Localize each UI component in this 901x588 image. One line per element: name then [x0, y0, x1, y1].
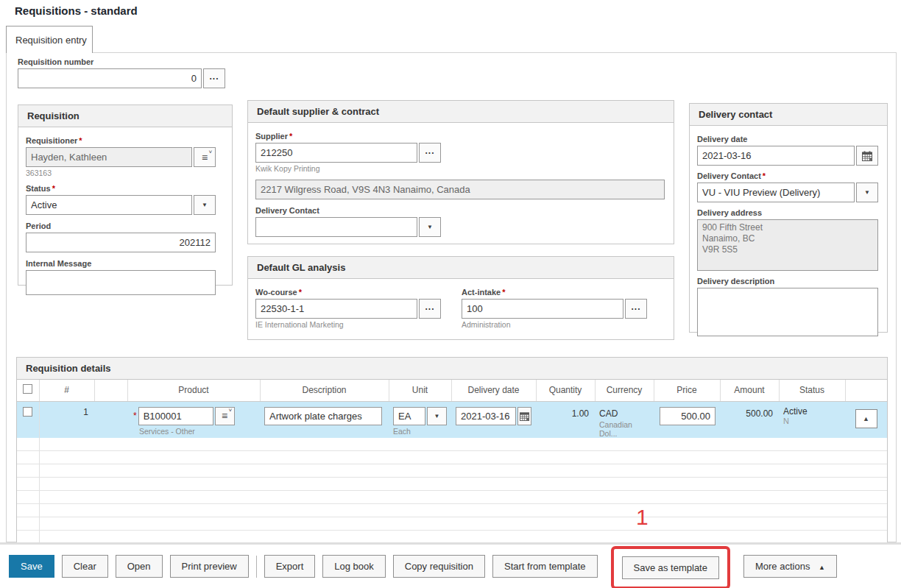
triangle-up-icon: ▲	[819, 564, 825, 571]
row-delivery-date-input[interactable]	[456, 407, 516, 425]
delivery-contact-dropdown-button[interactable]: ▼	[419, 217, 441, 237]
currency-helper: Canadian Dol...	[599, 420, 649, 438]
details-section-title: Requisition details	[17, 358, 887, 380]
empty-grid-row	[17, 478, 887, 491]
internal-message-textarea[interactable]	[26, 270, 216, 295]
gl-analysis-section-title: Default GL analysis	[248, 257, 674, 279]
wo-course-input[interactable]	[255, 299, 417, 319]
act-intake-browse-button[interactable]: ...	[625, 299, 647, 319]
empty-grid-row	[17, 504, 887, 517]
clear-button[interactable]: Clear	[62, 555, 108, 578]
button-group-divider	[256, 556, 257, 578]
col-header-quantity: Quantity	[536, 380, 595, 401]
delivery-address-label: Delivery address	[697, 208, 880, 217]
row-status: Active	[783, 406, 841, 417]
supplier-browse-button[interactable]: ...	[419, 143, 441, 163]
requisitioner-label: Requisitioner*	[26, 136, 225, 145]
col-header-price: Price	[654, 380, 720, 401]
delivery-date-label: Delivery date	[697, 135, 880, 144]
log-book-button[interactable]: Log book	[322, 555, 386, 578]
internal-message-label: Internal Message	[26, 259, 225, 268]
start-from-template-button[interactable]: Start from template	[492, 555, 598, 578]
export-button[interactable]: Export	[264, 555, 316, 578]
unit-dropdown-button[interactable]: ▼	[427, 407, 447, 425]
requisition-number-browse-button[interactable]: ...	[203, 68, 225, 88]
status-dropdown-button[interactable]: ▼	[194, 195, 216, 215]
requisitioner-input	[26, 147, 192, 167]
act-intake-label: Act-intake*	[462, 288, 647, 297]
annotation-highlight-box: Save as template	[611, 546, 730, 588]
select-all-cell	[17, 380, 39, 401]
chevron-down-icon: ▼	[864, 189, 870, 196]
supplier-name: Kwik Kopy Printing	[255, 164, 666, 173]
save-button[interactable]: Save	[9, 555, 54, 578]
requisitioner-typeahead-button[interactable]: ≡˅	[194, 147, 216, 167]
copy-requisition-button[interactable]: Copy requisition	[393, 555, 485, 578]
requisition-details-grid: Requisition details # Product Descriptio…	[16, 357, 888, 545]
action-bar: Save Clear Open Print preview Export Log…	[0, 542, 901, 588]
supplier-label: Supplier*	[255, 132, 666, 141]
tab-requisition-entry[interactable]: Requisition entry	[6, 26, 93, 53]
delivery-section-title: Delivery contact	[690, 104, 887, 126]
price-input[interactable]	[660, 407, 716, 425]
page-title: Requisitions - standard	[15, 4, 138, 17]
open-button[interactable]: Open	[116, 555, 163, 578]
empty-grid-row	[17, 517, 887, 531]
status-select[interactable]	[26, 195, 192, 215]
table-row[interactable]: 1 * ≡˅ Services - Other	[17, 401, 887, 438]
col-header-status: Status	[779, 380, 845, 401]
delivery-description-textarea[interactable]	[697, 288, 878, 336]
supplier-input[interactable]	[255, 143, 417, 163]
product-input[interactable]	[138, 407, 213, 425]
required-asterisk: *	[52, 184, 55, 193]
typeahead-icon: ≡˅	[222, 411, 227, 421]
act-intake-input[interactable]	[462, 299, 623, 319]
col-header-actions	[845, 380, 887, 401]
more-actions-button[interactable]: More actions ▲	[743, 555, 837, 578]
product-typeahead-button[interactable]: ≡˅	[215, 407, 235, 425]
typeahead-icon: ≡˅	[202, 152, 208, 163]
wo-course-description: IE International Marketing	[255, 320, 441, 329]
calendar-icon	[862, 151, 872, 161]
required-asterisk: *	[299, 288, 302, 297]
required-asterisk: *	[763, 171, 766, 180]
delivery-address-box: 900 Fifth Street Nanaimo, BC V9R 5S5	[697, 219, 878, 271]
delivery-contact2-dropdown-button[interactable]: ▼	[856, 183, 878, 202]
product-helper: Services - Other	[139, 427, 255, 436]
col-header-currency: Currency	[595, 380, 654, 401]
annotation-step-number: 1	[636, 505, 649, 530]
status-label: Status*	[26, 184, 225, 193]
empty-grid-row	[17, 464, 887, 478]
chevron-down-icon: ▼	[202, 202, 208, 208]
description-input[interactable]	[264, 407, 382, 425]
delivery-date-input[interactable]	[697, 146, 855, 166]
select-all-checkbox[interactable]	[23, 384, 32, 394]
delivery-contact2-select[interactable]	[697, 183, 855, 202]
row-checkbox[interactable]	[23, 407, 32, 417]
row-collapse-button[interactable]: ▲	[855, 409, 877, 428]
chevron-down-icon: ▼	[427, 224, 433, 230]
empty-grid-row	[17, 438, 887, 451]
col-header-delivery-date: Delivery date	[451, 380, 536, 401]
calendar-icon	[520, 411, 529, 421]
print-preview-button[interactable]: Print preview	[170, 555, 249, 578]
wo-course-browse-button[interactable]: ...	[419, 299, 441, 319]
quantity-value: 1.00	[536, 401, 595, 438]
amount-value: 500.00	[720, 401, 779, 438]
requisition-number-input[interactable]	[18, 68, 202, 88]
unit-helper: Each	[393, 427, 447, 436]
row-delivery-date-calendar-button[interactable]	[517, 407, 531, 425]
save-as-template-button[interactable]: Save as template	[622, 556, 719, 579]
delivery-contact-select[interactable]	[255, 217, 417, 237]
tab-label: Requisition entry	[15, 35, 87, 46]
required-asterisk: *	[79, 136, 82, 145]
col-header-amount: Amount	[720, 380, 779, 401]
period-label: Period	[26, 222, 225, 230]
col-header-product: Product	[127, 380, 260, 401]
period-input[interactable]	[26, 233, 216, 252]
unit-select[interactable]	[393, 407, 425, 425]
requisition-section-title: Requisition	[18, 105, 232, 127]
act-intake-description: Administration	[462, 320, 647, 329]
col-header-description: Description	[260, 380, 389, 401]
delivery-date-calendar-button[interactable]	[856, 146, 878, 166]
